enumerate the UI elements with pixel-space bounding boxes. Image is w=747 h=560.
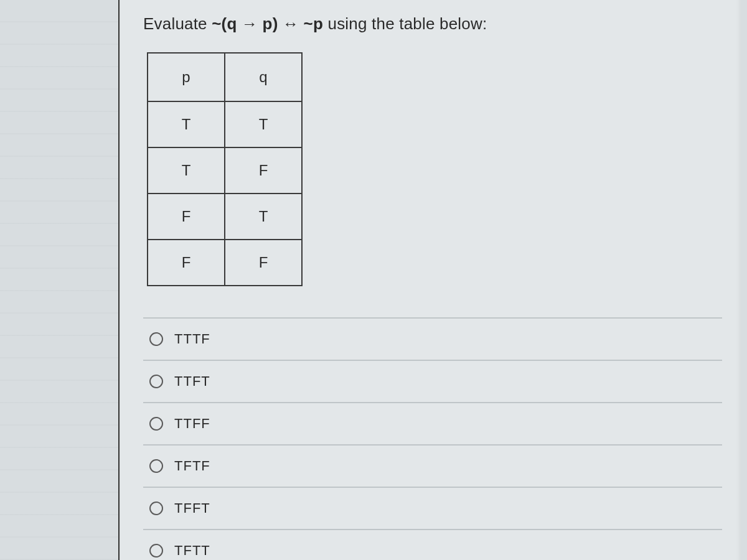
truth-table: p q T T T F F T F F: [147, 52, 303, 286]
option-ttff[interactable]: TTFF: [143, 403, 722, 446]
question-prompt: Evaluate ~(q → p) ↔ ~p using the table b…: [143, 12, 722, 35]
radio-icon: [149, 332, 163, 346]
option-tfft[interactable]: TFFT: [143, 488, 722, 530]
radio-icon: [149, 502, 163, 515]
option-label: TFFT: [174, 500, 210, 516]
prompt-prefix: Evaluate: [143, 14, 212, 33]
table-cell: F: [148, 194, 225, 240]
answer-options: TTTF TTFT TTFF TFTF TFFT TFTT: [143, 317, 722, 560]
option-tftt[interactable]: TFTT: [143, 530, 722, 560]
option-label: TTTF: [174, 331, 210, 347]
table-row: F F: [148, 240, 302, 286]
table-cell: F: [225, 240, 302, 286]
table-row: T F: [148, 147, 302, 194]
table-header-row: p q: [148, 53, 302, 101]
table-cell: T: [225, 101, 302, 147]
radio-icon: [149, 544, 163, 558]
option-label: TTFT: [174, 373, 210, 390]
table-row: F T: [148, 194, 302, 240]
radio-icon: [149, 417, 163, 431]
table-cell: T: [225, 194, 302, 240]
radio-icon: [149, 375, 163, 388]
question-content: Evaluate ~(q → p) ↔ ~p using the table b…: [137, 6, 728, 560]
table-header-q: q: [225, 53, 302, 101]
table-row: T T: [148, 101, 302, 147]
option-label: TFTT: [174, 543, 210, 559]
radio-icon: [149, 459, 163, 473]
table-header-p: p: [148, 53, 225, 101]
option-tttf[interactable]: TTTF: [143, 319, 722, 361]
option-tftf[interactable]: TFTF: [143, 446, 722, 488]
table-cell: F: [148, 240, 225, 286]
table-cell: T: [148, 147, 225, 194]
prompt-suffix: using the table below:: [323, 14, 487, 33]
option-ttft[interactable]: TTFT: [143, 361, 722, 403]
prompt-expression: ~(q → p) ↔ ~p: [212, 14, 323, 33]
option-label: TTFF: [174, 416, 210, 432]
page-gutter: [0, 0, 118, 560]
table-cell: F: [225, 147, 302, 194]
quiz-viewport: Evaluate ~(q → p) ↔ ~p using the table b…: [0, 0, 747, 560]
table-cell: T: [148, 101, 225, 147]
option-label: TFTF: [174, 458, 210, 474]
